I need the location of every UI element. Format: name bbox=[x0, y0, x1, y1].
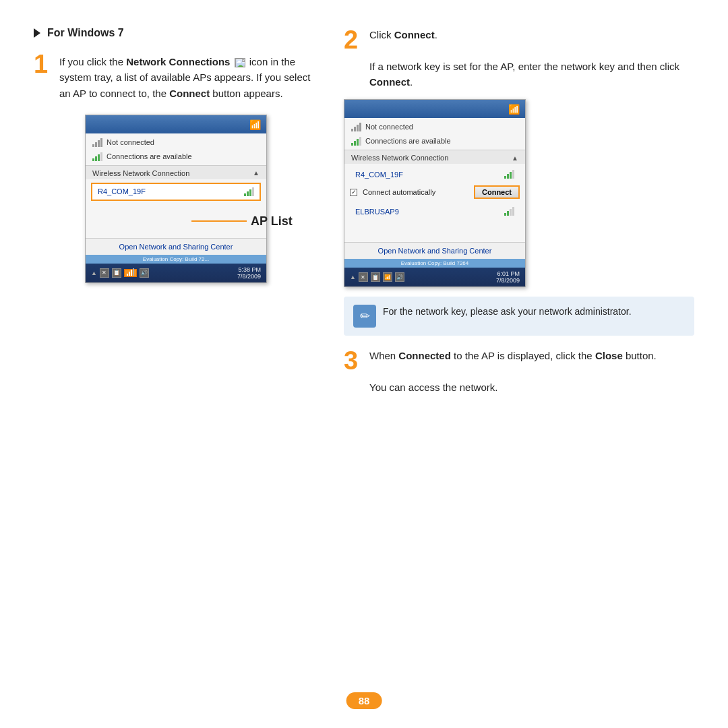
step3-subtext: You can access the network. bbox=[369, 382, 497, 393]
popup-spacer-right bbox=[344, 222, 525, 242]
connect-row: ✓ Connect automatically Connect bbox=[344, 183, 525, 202]
signal-gray-icon bbox=[92, 138, 102, 147]
connections-available-right: Connections are available bbox=[344, 134, 525, 150]
ap-name-left: R4_COM_19F bbox=[98, 187, 146, 195]
bold-connected: Connected bbox=[398, 350, 451, 361]
popup-header-left: 📶 bbox=[86, 115, 266, 133]
chevron-up-icon-right: ▲ bbox=[512, 154, 518, 162]
bold-click-connect: Connect bbox=[394, 29, 435, 40]
not-connected-label: Not connected bbox=[86, 133, 266, 150]
ap-signal-right-1 bbox=[504, 170, 514, 179]
ap-name-right-2: ELBRUSAP9 bbox=[355, 208, 399, 216]
connect-button[interactable]: Connect bbox=[474, 185, 520, 199]
win-popup-right: 📶 Not connected bbox=[344, 99, 526, 287]
step1-text: If you click the Network Connections ico… bbox=[59, 51, 324, 101]
note-text: For the network key, please ask your net… bbox=[383, 305, 632, 319]
signal-gray-icon-right bbox=[351, 122, 361, 131]
signal-color-icon-right bbox=[351, 136, 361, 146]
taskbar-time-left: 5:38 PM 7/8/2009 bbox=[237, 266, 261, 280]
ap-signal-right-2 bbox=[504, 207, 514, 216]
ap-item-right-2[interactable]: ELBRUSAP9 bbox=[350, 204, 520, 219]
popup-body-right: Not connected Connections are available … bbox=[344, 118, 525, 259]
open-network-link-right[interactable]: Open Network and Sharing Center bbox=[344, 242, 525, 259]
taskbar-icon-2: 📋 bbox=[112, 268, 121, 278]
connections-available-label: Connections are available bbox=[86, 150, 266, 166]
step2-header: 2 Click Connect. If a network key is set… bbox=[344, 27, 694, 90]
pencil-icon: ✏ bbox=[360, 309, 370, 324]
popup-header-right: 📶 bbox=[344, 100, 525, 118]
signal-color-icon bbox=[92, 152, 102, 161]
connect-auto-label: Connect automatically bbox=[363, 188, 435, 196]
taskbar-arrow-icon: ▲ bbox=[91, 270, 97, 276]
taskbar-icon-r2: 📋 bbox=[371, 272, 380, 282]
win-popup-left: 📶 Not connected bbox=[85, 115, 267, 283]
taskbar-icons-left: ▲ ✕ 📋 🔊 bbox=[91, 268, 149, 278]
bold-close: Close bbox=[595, 350, 623, 361]
taskbar-icons-right: ▲ ✕ 📋 📶 🔊 bbox=[350, 272, 404, 282]
open-network-link-left[interactable]: Open Network and Sharing Center bbox=[86, 238, 266, 255]
ap-list-line bbox=[191, 220, 247, 222]
ap-list-label: AP List bbox=[251, 214, 293, 229]
taskbar-icon-r4: 🔊 bbox=[395, 272, 404, 282]
section-header-text: For Windows 7 bbox=[47, 27, 124, 39]
taskbar-wifi-highlighted-icon bbox=[124, 269, 137, 277]
taskbar-icon-r3: 📶 bbox=[383, 272, 392, 282]
bold-network-connections: Network Connections bbox=[126, 56, 230, 67]
step1-number: 1 bbox=[34, 51, 53, 101]
taskbar-arrow-icon-right: ▲ bbox=[350, 274, 356, 280]
taskbar-icon-1: ✕ bbox=[100, 268, 109, 278]
wifi-indicator-icon: 📶 bbox=[249, 119, 261, 130]
ap-list-annotation: AP List bbox=[191, 214, 293, 229]
wifi-indicator-icon-right: 📶 bbox=[508, 104, 520, 115]
page-content: For Windows 7 1 If you click the Network… bbox=[0, 0, 728, 728]
taskbar-left: ▲ ✕ 📋 🔊 5:38 PM 7/8/2009 bbox=[86, 264, 266, 282]
wireless-section-right: Wireless Network Connection ▲ bbox=[344, 150, 525, 164]
taskbar-icon-3: 🔊 bbox=[140, 268, 149, 278]
eval-bar-left: Evaluation Copy: Build 72... bbox=[86, 255, 266, 264]
left-column: For Windows 7 1 If you click the Network… bbox=[34, 27, 324, 708]
note-icon: ✏ bbox=[353, 305, 376, 328]
step2-number: 2 bbox=[344, 27, 363, 90]
popup-body-left: Not connected Connections are available … bbox=[86, 133, 266, 255]
taskbar-icon-r1: ✕ bbox=[359, 272, 368, 282]
taskbar-time-right: 6:01 PM 7/8/2009 bbox=[496, 270, 520, 284]
chevron-up-icon: ▲ bbox=[253, 169, 260, 177]
taskbar-right: ▲ ✕ 📋 📶 🔊 6:01 PM 7/8/2009 bbox=[344, 268, 525, 286]
step3-number: 3 bbox=[344, 348, 363, 395]
step2-text: Click Connect. If a network key is set f… bbox=[369, 27, 694, 90]
connect-auto-checkbox[interactable]: ✓ bbox=[350, 189, 357, 196]
eval-bar-right: Evaluation Copy: Build 7264 bbox=[344, 259, 525, 268]
bold-connect: Connect bbox=[169, 88, 210, 99]
ap-list-item-left[interactable]: R4_COM_19F bbox=[91, 183, 261, 201]
note-box: ✏ For the network key, please ask your n… bbox=[344, 297, 694, 336]
not-connected-label-right: Not connected bbox=[344, 118, 525, 134]
section-header: For Windows 7 bbox=[34, 27, 324, 39]
bold-connect2: Connect bbox=[369, 76, 410, 88]
step3-text: When Connected to the AP is displayed, c… bbox=[369, 348, 657, 395]
ap-name-right-1: R4_COM_19F bbox=[355, 171, 403, 179]
right-column: 2 Click Connect. If a network key is set… bbox=[344, 27, 694, 708]
ap-signal-icon bbox=[244, 187, 254, 196]
step3-block: 3 When Connected to the AP is displayed,… bbox=[344, 348, 694, 395]
ap-item-right-1[interactable]: R4_COM_19F bbox=[350, 166, 520, 182]
step1-block: 1 If you click the Network Connections i… bbox=[34, 51, 324, 101]
page-number: 88 bbox=[346, 692, 382, 709]
wireless-network-section: Wireless Network Connection ▲ bbox=[86, 166, 266, 179]
arrow-right-icon bbox=[34, 28, 40, 38]
